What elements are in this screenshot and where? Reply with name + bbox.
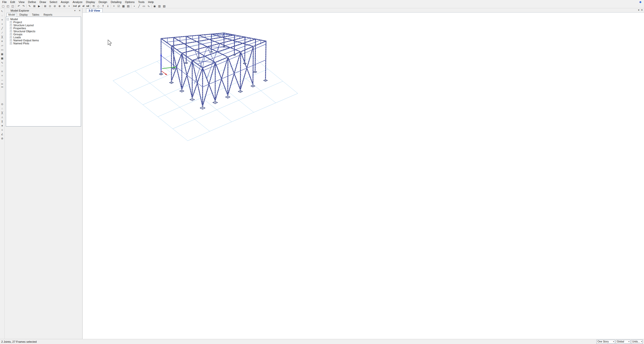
collapse-icon[interactable]: −	[7, 18, 9, 20]
redo-button[interactable]: ↷	[21, 4, 26, 8]
units-selector[interactable]: Units...▾	[631, 340, 643, 344]
support-symbols[interactable]	[159, 46, 268, 109]
rubber-band-zoom-button[interactable]: ⊞	[43, 4, 48, 8]
restore-full-view-button[interactable]: ⊙	[48, 4, 52, 8]
3d-view-button[interactable]: 3-d	[73, 4, 77, 8]
set-reference-plane-button[interactable]: ▔	[0, 86, 4, 90]
show-tables-button[interactable]: ▧	[162, 4, 167, 8]
view-tab-menu-icon[interactable]: ▾	[638, 9, 639, 11]
set-display-options-button[interactable]: ☑	[116, 4, 121, 8]
snap-fine-grid-button[interactable]: ⌗	[0, 128, 4, 132]
expand-icon[interactable]: +	[10, 21, 12, 23]
menu-display[interactable]: Display	[84, 0, 97, 4]
expand-icon[interactable]: +	[10, 36, 12, 39]
tree-item-structural-objects[interactable]: +Structural Objects	[7, 30, 81, 33]
assign-joint-button[interactable]: ◉	[152, 4, 157, 8]
explorer-tab-reports[interactable]: Reports	[42, 13, 54, 17]
undo-button[interactable]: ↶	[16, 4, 21, 8]
menu-detailing[interactable]: Detailing	[109, 0, 123, 4]
explorer-tab-model[interactable]: Model	[7, 13, 17, 17]
menu-help[interactable]: Help	[146, 0, 156, 4]
viewport-canvas[interactable]	[83, 13, 644, 339]
tab-3d-view[interactable]: 3-D View	[86, 8, 103, 12]
measure-line-button[interactable]: ↔	[0, 78, 4, 82]
draw-area-button[interactable]: ▭	[141, 4, 146, 8]
account-icon[interactable]: ☻	[639, 1, 642, 4]
elevation-view-button[interactable]: el	[81, 4, 86, 8]
explorer-tab-tables[interactable]: Tables	[30, 13, 41, 17]
story-selector[interactable]: One Story▾	[596, 340, 615, 344]
show-grid-button[interactable]: ▤	[126, 4, 131, 8]
tree-item-structure-layout[interactable]: +Structure Layout	[7, 24, 81, 27]
expand-icon[interactable]: +	[10, 30, 12, 33]
explorer-tab-display[interactable]: Display	[18, 13, 29, 17]
draw-link-tool-button[interactable]: ∿	[0, 60, 4, 65]
snap-perpendicular-button[interactable]: ⊥	[0, 115, 4, 119]
menu-view[interactable]: View	[17, 0, 26, 4]
previous-zoom-button[interactable]: ⊘	[52, 4, 57, 8]
tree-item-named-output-items[interactable]: +Named Output Items	[7, 39, 81, 42]
draw-tendon-button[interactable]: ⌒	[0, 65, 4, 69]
draw-rect-area-button[interactable]: ▭	[0, 48, 4, 52]
rotate-3d-view-button[interactable]: ⟲	[91, 4, 96, 8]
move-up-in-list-button[interactable]: ⇑	[101, 4, 105, 8]
tree-item-project[interactable]: +Project	[7, 21, 81, 24]
draw-grid-tool-button[interactable]: ⌗	[0, 73, 4, 78]
snap-parallel-button[interactable]: ∥	[0, 119, 4, 123]
menu-options[interactable]: Options	[123, 0, 136, 4]
menu-tools[interactable]: Tools	[136, 0, 146, 4]
run-analysis-button[interactable]: ▶	[37, 4, 42, 8]
select-poly-button[interactable]: ◌	[0, 13, 4, 18]
tree-item-model[interactable]: −Model	[7, 18, 81, 21]
model-viewport[interactable]	[83, 13, 644, 339]
zoom-in-button[interactable]: ⊕	[57, 4, 62, 8]
menu-select[interactable]: Select	[48, 0, 59, 4]
draw-poly-area-button[interactable]: ▱	[0, 43, 4, 48]
open-model-button[interactable]: ◰	[6, 4, 10, 8]
perspective-toggle-button[interactable]: ◇	[96, 4, 101, 8]
tree-item-properties[interactable]: +Properties	[7, 27, 81, 30]
draw-special-joint-button[interactable]: •	[0, 22, 4, 26]
section-cut-button[interactable]: ✂	[0, 82, 4, 86]
menu-edit[interactable]: Edit	[9, 0, 17, 4]
view-tab-close-icon[interactable]: ✕	[641, 9, 643, 11]
expand-icon[interactable]: +	[10, 42, 12, 45]
draw-cable-button[interactable]: ∪	[0, 69, 4, 73]
tree-item-groups[interactable]: +Groups	[7, 33, 81, 36]
panel-close-icon[interactable]: ✕	[78, 9, 81, 12]
model-tree[interactable]: −Model+Project+Structure Layout+Properti…	[6, 17, 81, 127]
menu-assign[interactable]: Assign	[59, 0, 71, 4]
expand-icon[interactable]: +	[10, 24, 12, 26]
draw-frame-tool-button[interactable]: ╱	[0, 26, 4, 30]
quick-draw-braces-button[interactable]: ╳	[0, 35, 4, 39]
plan-view-button[interactable]: pl	[77, 4, 81, 8]
draw-joint-button[interactable]: •	[132, 4, 137, 8]
tree-item-loads[interactable]: +Loads	[7, 36, 81, 39]
named-view-button[interactable]: nd	[86, 4, 90, 8]
expand-icon[interactable]: +	[10, 33, 12, 36]
reshape-object-button[interactable]: ⌖	[0, 18, 4, 22]
assign-frame-button[interactable]: ▥	[157, 4, 162, 8]
snap-nearest-button[interactable]: ∗	[0, 123, 4, 128]
menu-draw[interactable]: Draw	[38, 0, 48, 4]
quick-draw-frame-button[interactable]: ∕	[0, 30, 4, 35]
menu-analyze[interactable]: Analyze	[71, 0, 84, 4]
menu-file[interactable]: File	[1, 0, 9, 4]
quick-draw-secondary-beams-button[interactable]: ≡	[0, 39, 4, 43]
snap-angle-button[interactable]: ∠	[0, 132, 4, 136]
menu-design[interactable]: Design	[97, 0, 109, 4]
draw-solid-button[interactable]: ▩	[0, 56, 4, 60]
snap-midpoints-ends-button[interactable]: ∴	[0, 106, 4, 111]
object-shade-view-button[interactable]: ▦	[121, 4, 126, 8]
panel-menu-icon[interactable]: ▾	[73, 9, 76, 12]
menu-define[interactable]: Define	[26, 0, 38, 4]
snap-options-button[interactable]: ⌗	[111, 4, 116, 8]
save-model-button[interactable]: ◫	[10, 4, 15, 8]
snap-intersections-button[interactable]: ╳	[0, 111, 4, 115]
coordinate-system-selector[interactable]: Global▾	[616, 340, 630, 344]
lock-model-button[interactable]: ⊠	[32, 4, 37, 8]
tree-item-named-plots[interactable]: +Named Plots	[7, 42, 81, 45]
move-down-in-list-button[interactable]: ⇓	[105, 4, 110, 8]
select-pointer-button[interactable]: ↖	[0, 9, 4, 13]
edit-model-button[interactable]: ✎	[27, 4, 32, 8]
